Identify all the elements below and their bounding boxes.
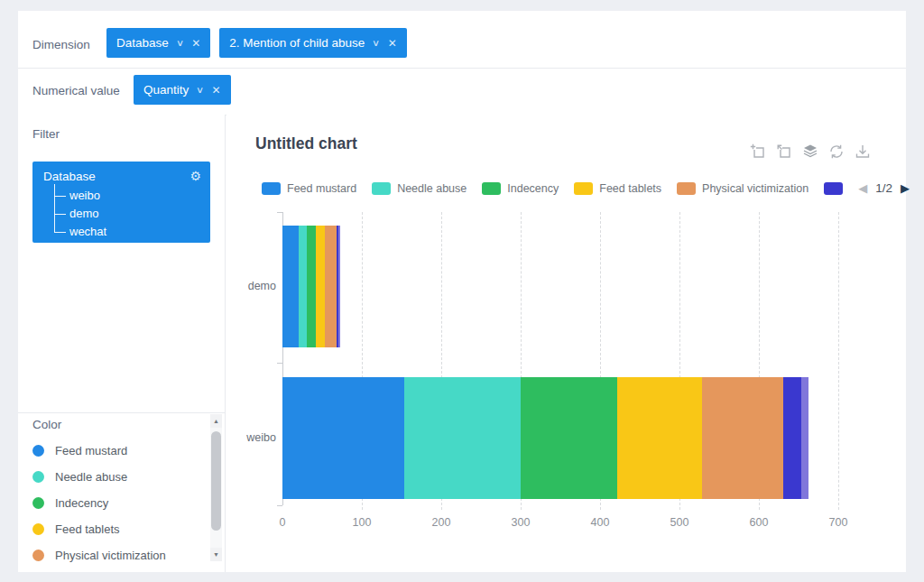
color-legend-label: Physical victimization (55, 549, 166, 562)
bar-row (282, 226, 340, 347)
dimension-label: Dimension (32, 38, 90, 51)
gear-icon[interactable]: ⚙ (189, 170, 201, 182)
x-axis-tick-label: 600 (750, 516, 769, 529)
filter-tree: weibodemowechat (54, 187, 210, 241)
bar-segment[interactable] (282, 377, 404, 499)
bar-segment[interactable] (404, 377, 521, 499)
bar-segment[interactable] (783, 377, 800, 499)
close-icon[interactable]: ✕ (191, 37, 200, 50)
bar-segment[interactable] (316, 226, 325, 347)
category-label: weibo (231, 431, 276, 444)
filter-label: Filter (32, 127, 60, 141)
close-icon[interactable]: ✕ (212, 84, 221, 97)
app-window: Dimension Database∨✕2. Mention of child … (18, 11, 906, 572)
color-legend-label: Feed tablets (55, 522, 120, 536)
filter-group-name: Database (43, 170, 96, 183)
measure-chips: Quantity∨✕ (134, 75, 231, 105)
filter-card-header: Database ⚙ (32, 162, 210, 185)
x-axis-tick-label: 100 (353, 516, 372, 529)
bar-segment[interactable] (702, 377, 784, 499)
bar-segment[interactable] (307, 226, 316, 347)
color-swatch (32, 471, 44, 483)
bar-segment[interactable] (521, 377, 617, 499)
chevron-down-icon[interactable]: ∨ (372, 38, 380, 48)
plot-area: 0100200300400500600700demoweibo (226, 115, 906, 572)
field-chip[interactable]: 2. Mention of child abuse∨✕ (219, 28, 407, 58)
x-axis-tick-label: 400 (591, 516, 610, 529)
chart-panel: Untitled chart Feed mustardNeedle abuseI… (226, 115, 906, 572)
scrollbar-thumb[interactable] (211, 431, 221, 531)
field-chip-label: Database (116, 36, 169, 50)
divider (18, 412, 225, 413)
color-legend-item[interactable]: Feed tablets (32, 516, 166, 542)
gridline (838, 212, 839, 510)
chevron-down-icon[interactable]: ∨ (176, 38, 184, 48)
color-swatch (32, 497, 44, 509)
dimension-chips: Database∨✕2. Mention of child abuse∨✕ (106, 28, 407, 58)
color-legend-label: Feed mustard (55, 444, 127, 457)
filter-card[interactable]: Database ⚙ weibodemowechat (32, 162, 210, 243)
color-swatch (32, 445, 44, 457)
chevron-down-icon[interactable]: ∨ (196, 85, 204, 95)
x-axis-tick-label: 0 (280, 516, 286, 529)
field-chip[interactable]: Database∨✕ (106, 28, 210, 58)
category-label: demo (231, 280, 276, 292)
filter-tree-item[interactable]: demo (54, 205, 210, 223)
field-chip-label: 2. Mention of child abuse (229, 36, 365, 50)
x-axis-tick-label: 500 (670, 516, 689, 529)
color-label: Color (32, 418, 61, 431)
y-axis-tick (277, 363, 282, 364)
y-axis-tick (277, 212, 282, 213)
bar-segment[interactable] (801, 377, 809, 499)
scroll-up-icon[interactable]: ▲ (210, 414, 222, 428)
color-legend-list: Feed mustardNeedle abuseIndecencyFeed ta… (32, 438, 166, 568)
color-swatch (32, 550, 44, 561)
field-chip-label: Quantity (143, 83, 189, 97)
bar-segment[interactable] (338, 226, 340, 347)
x-axis-tick-label: 200 (432, 516, 451, 529)
x-axis-tick-label: 700 (829, 516, 848, 529)
numerical-value-label: Numerical value (32, 84, 120, 97)
divider (18, 68, 906, 69)
color-legend-item[interactable]: Indecency (32, 490, 166, 516)
bar-segment[interactable] (282, 226, 299, 347)
filter-tree-item[interactable]: weibo (54, 187, 210, 205)
color-legend-item[interactable]: Needle abuse (32, 464, 166, 490)
color-legend-label: Needle abuse (55, 470, 127, 484)
bar-row (282, 377, 808, 499)
field-chip[interactable]: Quantity∨✕ (134, 75, 231, 105)
color-legend-item[interactable]: Physical victimization (32, 542, 166, 568)
scroll-down-icon[interactable]: ▼ (210, 548, 222, 561)
bar-segment[interactable] (299, 226, 308, 347)
color-legend-item[interactable]: Feed mustard (32, 438, 166, 464)
close-icon[interactable]: ✕ (388, 37, 397, 50)
y-axis-tick (277, 505, 282, 506)
filter-tree-item[interactable]: wechat (54, 223, 210, 241)
color-legend-label: Indecency (55, 496, 108, 510)
x-axis-tick-label: 300 (512, 516, 531, 529)
color-swatch (32, 523, 44, 535)
bar-segment[interactable] (325, 226, 337, 347)
bar-segment[interactable] (617, 377, 701, 499)
scrollbar[interactable]: ▲ ▼ (210, 414, 222, 561)
left-config-panel: Filter Database ⚙ weibodemowechat Color … (18, 115, 226, 572)
